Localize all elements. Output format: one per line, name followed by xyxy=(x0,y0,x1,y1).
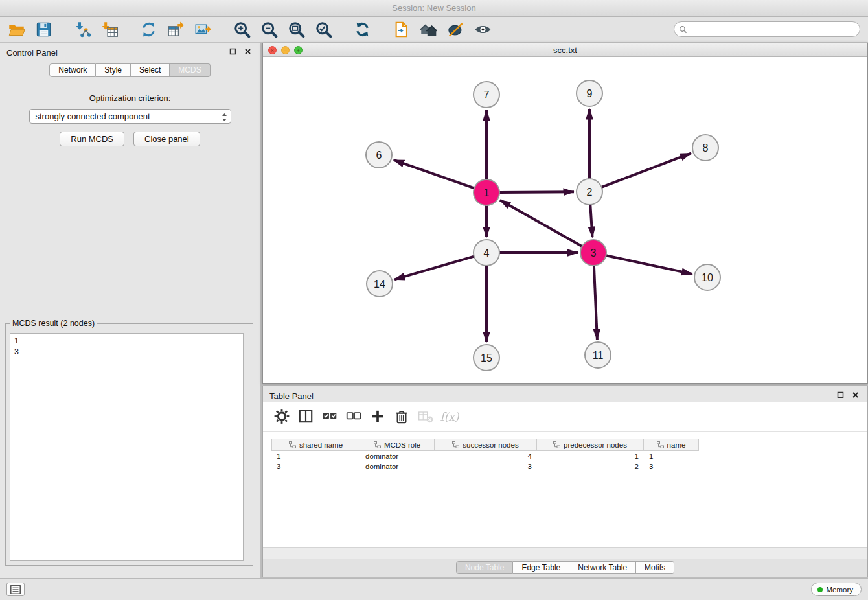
export-table-icon[interactable] xyxy=(165,19,187,41)
unselect-all-columns-icon[interactable] xyxy=(345,408,362,425)
node-6[interactable] xyxy=(366,142,392,168)
tab-style[interactable]: Style xyxy=(96,63,131,77)
close-table-panel-icon[interactable] xyxy=(851,391,860,399)
node-10[interactable] xyxy=(694,264,720,290)
table-row[interactable]: 3dominator323 xyxy=(271,461,867,472)
toolbar-icon-groups xyxy=(5,19,510,41)
node-9[interactable] xyxy=(577,80,602,106)
close-panel-icon[interactable] xyxy=(244,47,252,56)
table-body: 1dominator4113dominator323 xyxy=(271,451,867,472)
edge-2-8[interactable] xyxy=(602,154,691,187)
table-row[interactable]: 1dominator411 xyxy=(271,451,867,461)
float-table-panel-icon[interactable] xyxy=(836,391,845,399)
style-preview-icon[interactable] xyxy=(444,19,466,41)
edge-4-14[interactable] xyxy=(394,257,474,280)
show-graphics-icon[interactable] xyxy=(472,19,494,41)
table-tabs-row: Node TableEdge TableNetwork TableMotifs xyxy=(263,559,867,577)
table-cell: 2 xyxy=(537,461,644,472)
close-window-icon[interactable]: × xyxy=(268,46,277,54)
node-8[interactable] xyxy=(692,135,718,161)
column-header-MCDS-role[interactable]: MCDS role xyxy=(360,439,435,451)
table-cell: 3 xyxy=(271,461,360,472)
criterion-dropdown[interactable]: strongly connected component xyxy=(29,109,231,124)
edge-3-11[interactable] xyxy=(594,266,597,340)
export-network-icon[interactable] xyxy=(137,19,159,41)
select-all-columns-icon[interactable] xyxy=(321,408,338,425)
control-panel-tabs: NetworkStyleSelectMCDS xyxy=(0,63,260,77)
zoom-selected-icon[interactable] xyxy=(312,19,334,41)
network-canvas[interactable]: 1234678910111415 xyxy=(263,57,867,383)
column-header-name[interactable]: name xyxy=(644,439,699,451)
table-scroll-strip[interactable] xyxy=(263,547,867,559)
search-box xyxy=(674,21,860,37)
mcds-result-title: MCDS result (2 nodes) xyxy=(10,319,97,328)
import-table-icon[interactable] xyxy=(98,19,120,41)
column-header-predecessor-nodes[interactable]: predecessor nodes xyxy=(537,439,644,451)
import-network-icon[interactable] xyxy=(71,19,93,41)
table-panel-title: Table Panel xyxy=(269,391,314,401)
open-session-icon[interactable] xyxy=(390,19,412,41)
home-icon[interactable] xyxy=(417,19,439,41)
refresh-network-icon[interactable] xyxy=(351,19,373,41)
maximize-window-icon[interactable]: + xyxy=(294,46,303,54)
task-history-button[interactable] xyxy=(6,583,25,596)
table-cell: 4 xyxy=(435,451,537,461)
memory-label: Memory xyxy=(826,586,853,594)
edge-2-3[interactable] xyxy=(590,205,592,237)
zoom-fit-icon[interactable] xyxy=(285,19,307,41)
show-columns-icon[interactable] xyxy=(297,408,314,425)
minimize-window-icon[interactable]: − xyxy=(281,46,290,54)
tab-network-table[interactable]: Network Table xyxy=(569,561,636,574)
control-panel: Control Panel NetworkStyleSelectMCDS Opt… xyxy=(0,43,260,578)
close-panel-button[interactable]: Close panel xyxy=(133,132,200,146)
edge-3-10[interactable] xyxy=(606,255,692,274)
table-panel-header: Table Panel xyxy=(263,386,867,403)
run-mcds-button[interactable]: Run MCDS xyxy=(60,132,124,146)
delete-columns-icon[interactable] xyxy=(393,408,410,425)
table-mode-icon[interactable] xyxy=(273,408,290,425)
tab-edge-table[interactable]: Edge Table xyxy=(513,561,569,574)
table-cell: dominator xyxy=(360,451,435,461)
network-view-window: × − + scc.txt 1234678910111415 xyxy=(262,43,868,384)
app-titlebar: Session: New Session xyxy=(0,0,868,17)
function-builder-icon: f(x) xyxy=(441,408,458,425)
zoom-out-icon[interactable] xyxy=(258,19,280,41)
node-2[interactable] xyxy=(577,179,602,205)
column-header-successor-nodes[interactable]: successor nodes xyxy=(435,439,537,451)
node-11[interactable] xyxy=(585,342,611,368)
node-7[interactable] xyxy=(474,82,499,108)
node-4[interactable] xyxy=(474,240,499,266)
save-session-icon[interactable] xyxy=(32,19,54,41)
tab-mcds[interactable]: MCDS xyxy=(170,63,210,77)
search-input[interactable] xyxy=(674,21,860,37)
open-file-icon[interactable] xyxy=(5,19,27,41)
criterion-dropdown-value: strongly connected component xyxy=(36,111,150,121)
tab-node-table[interactable]: Node Table xyxy=(456,561,514,574)
table-cell: 1 xyxy=(537,451,644,461)
node-15[interactable] xyxy=(474,345,499,371)
table-cell: 3 xyxy=(435,461,537,472)
delete-table-icon xyxy=(417,408,434,425)
mcds-result-group: MCDS result (2 nodes) 1 3 xyxy=(5,319,253,566)
tab-network[interactable]: Network xyxy=(49,63,96,77)
edge-1-2[interactable] xyxy=(499,192,574,192)
node-3[interactable] xyxy=(580,240,606,266)
network-window-titlebar[interactable]: × − + scc.txt xyxy=(263,43,867,57)
memory-button[interactable]: Memory xyxy=(811,583,862,596)
export-image-icon[interactable] xyxy=(192,19,214,41)
tab-select[interactable]: Select xyxy=(131,63,170,77)
create-column-icon[interactable] xyxy=(369,408,386,425)
table-panel: Table Panel f(x) shared nameMCDS rolesuc… xyxy=(262,386,868,577)
tab-motifs[interactable]: Motifs xyxy=(636,561,674,574)
table-tabs: Node TableEdge TableNetwork TableMotifs xyxy=(456,561,674,574)
float-panel-icon[interactable] xyxy=(229,47,237,56)
edge-1-6[interactable] xyxy=(394,160,474,189)
table-cell: 1 xyxy=(644,451,699,461)
edge-3-1[interactable] xyxy=(500,200,582,246)
node-1[interactable] xyxy=(474,179,499,205)
node-14[interactable] xyxy=(367,271,393,297)
table-cell: 1 xyxy=(271,451,360,461)
network-window-title: scc.txt xyxy=(553,45,577,55)
zoom-in-icon[interactable] xyxy=(231,19,253,41)
column-header-shared-name[interactable]: shared name xyxy=(271,439,360,451)
